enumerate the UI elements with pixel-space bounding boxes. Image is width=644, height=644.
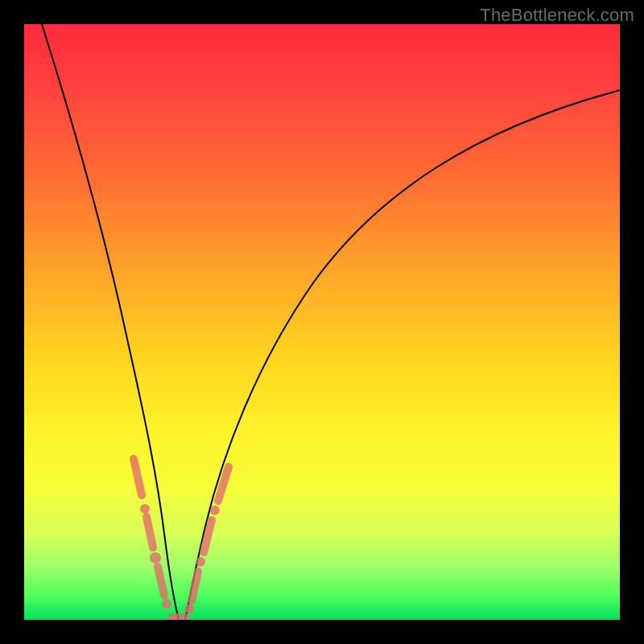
marker-left-dot-1 bbox=[140, 504, 150, 514]
marker-left-1 bbox=[134, 459, 142, 495]
marker-right-dot-2 bbox=[210, 506, 220, 515]
marker-right-3 bbox=[218, 467, 229, 501]
chart-frame: TheBottleneck.com bbox=[0, 0, 644, 644]
curve-left bbox=[42, 24, 179, 620]
plot-area bbox=[24, 24, 620, 620]
marker-left-2 bbox=[147, 517, 153, 547]
marker-right-dot-1 bbox=[196, 557, 205, 567]
marker-left-3 bbox=[158, 567, 164, 596]
marker-left-dot-2 bbox=[150, 552, 161, 564]
curves-svg bbox=[24, 24, 620, 620]
marker-right-1 bbox=[192, 572, 198, 601]
marker-right-dot-0 bbox=[184, 604, 194, 613]
marker-left-dot-3 bbox=[162, 599, 171, 609]
watermark-text: TheBottleneck.com bbox=[480, 5, 634, 26]
curve-right bbox=[185, 90, 620, 620]
